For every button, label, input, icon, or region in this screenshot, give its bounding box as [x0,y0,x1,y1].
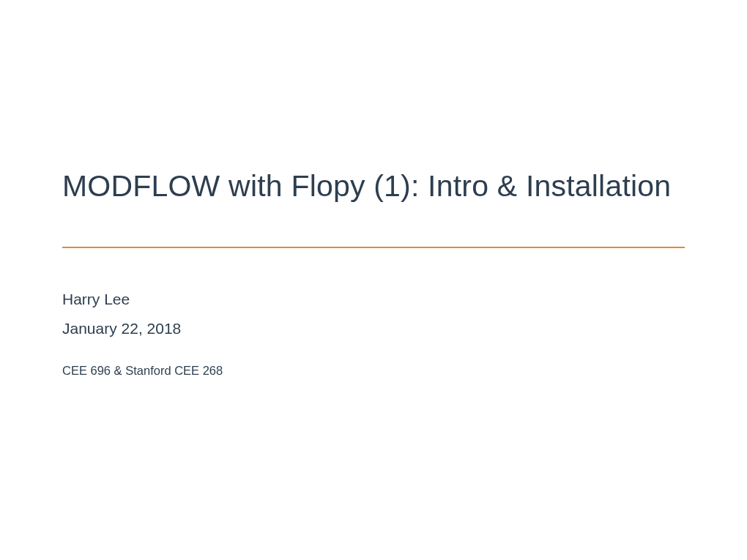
slide-title: MODFLOW with Flopy (1): Intro & Installa… [62,168,685,204]
author-name: Harry Lee [62,291,685,308]
title-divider [62,247,685,248]
course-code: CEE 696 & Stanford CEE 268 [62,364,685,378]
title-slide: MODFLOW with Flopy (1): Intro & Installa… [0,0,747,378]
presentation-date: January 22, 2018 [62,320,685,337]
